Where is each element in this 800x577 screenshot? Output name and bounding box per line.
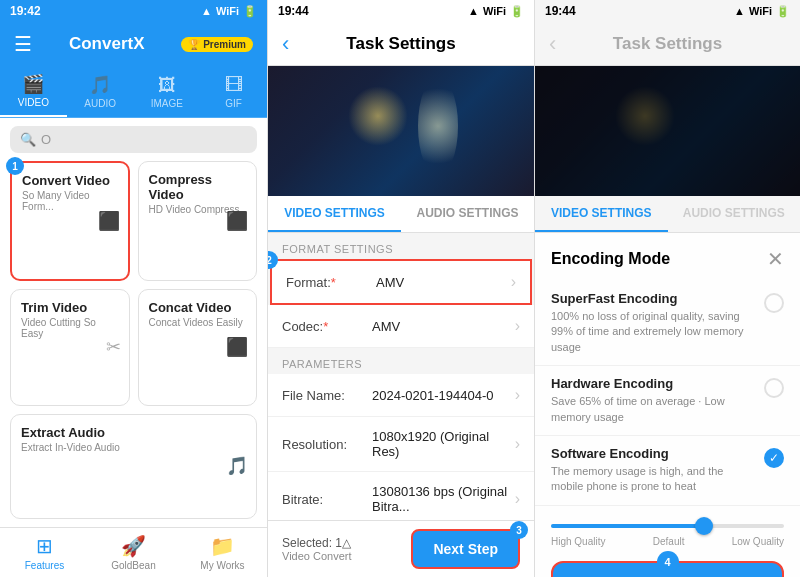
video-convert-label: Video Convert: [282, 550, 352, 562]
badge-4: 4: [657, 551, 679, 573]
back-button-3[interactable]: ‹: [549, 31, 556, 57]
encoding-option-hardware-text: Hardware Encoding Save 65% of time on av…: [551, 376, 754, 425]
video-tab-icon: 🎬: [22, 73, 44, 95]
badge-1: 1: [6, 157, 24, 175]
p2-battery-icon: 🔋: [510, 5, 524, 18]
encoding-overlay: Encoding Mode ✕ SuperFast Encoding 100% …: [535, 233, 800, 577]
p3-battery-icon: 🔋: [776, 5, 790, 18]
bottom-nav-my-works[interactable]: 📁 My Works: [178, 528, 267, 577]
convert-video-label: Convert Video: [22, 173, 118, 188]
concat-video-label: Concat Video: [149, 300, 247, 315]
panel-1: 19:42 ▲ WiFi 🔋 ☰ ConvertX 🏆 Premium 🎬 VI…: [0, 0, 267, 577]
p2-status-icons: ▲ WiFi 🔋: [468, 5, 524, 18]
codec-chevron: ›: [515, 317, 520, 335]
quality-slider-fill: [551, 524, 702, 528]
menu-item-convert-video[interactable]: 1 Convert Video So Many Video Form... ⬛: [10, 161, 130, 281]
tab-video-settings-2[interactable]: VIDEO SETTINGS: [268, 196, 401, 232]
p2-wifi-icon: WiFi: [483, 5, 506, 17]
panel3-header: ‹ Task Settings: [535, 22, 800, 66]
video-light-2: [418, 76, 458, 176]
search-placeholder: O: [41, 132, 51, 147]
tab-gif[interactable]: 🎞 GIF: [200, 66, 267, 117]
resolution-row[interactable]: Resolution: 1080x1920 (Original Res) ›: [268, 417, 534, 472]
back-button-2[interactable]: ‹: [282, 31, 289, 57]
video-tab-label: VIDEO: [18, 97, 49, 108]
bitrate-row[interactable]: Bitrate: 13080136 bps (Original Bitra...…: [268, 472, 534, 520]
bottom-nav-features[interactable]: ⊞ Features: [0, 528, 89, 577]
selected-info: Selected: 1△: [282, 536, 352, 550]
premium-badge[interactable]: 🏆 Premium: [181, 37, 253, 52]
compress-video-icon: ⬛: [226, 210, 248, 232]
menu-icon[interactable]: ☰: [14, 32, 32, 56]
trim-video-sub: Video Cutting So Easy: [21, 317, 119, 339]
tab-image[interactable]: 🖼 IMAGE: [134, 66, 201, 117]
gif-tab-icon: 🎞: [225, 75, 243, 96]
battery-icon: 🔋: [243, 5, 257, 18]
status-bar-1: 19:42 ▲ WiFi 🔋: [0, 0, 267, 22]
panel-2: 19:44 ▲ WiFi 🔋 ‹ Task Settings VIDEO SET…: [267, 0, 534, 577]
format-row[interactable]: Format:* AMV ›: [270, 259, 532, 305]
p3-audio-settings-label: AUDIO SETTINGS: [683, 206, 785, 220]
wifi-icon: WiFi: [216, 5, 239, 17]
quality-labels: High Quality Default Low Quality: [551, 536, 784, 547]
features-icon: ⊞: [36, 534, 53, 558]
extract-audio-icon: 🎵: [226, 455, 248, 477]
menu-item-concat-video[interactable]: Concat Video Concat Videos Easily ⬛: [138, 289, 258, 405]
settings-tabs-2: VIDEO SETTINGS AUDIO SETTINGS: [268, 196, 534, 233]
encoding-close-button[interactable]: ✕: [767, 247, 784, 271]
bottom-nav: ⊞ Features 🚀 GoldBean 📁 My Works: [0, 527, 267, 577]
tab-audio[interactable]: 🎵 AUDIO: [67, 66, 134, 117]
badge-3: 3: [510, 521, 528, 539]
video-preview-2: [268, 66, 534, 196]
encoding-header: Encoding Mode ✕: [535, 233, 800, 281]
encoding-option-software[interactable]: Software Encoding The memory usage is hi…: [535, 436, 800, 506]
my-works-label: My Works: [200, 560, 244, 571]
filename-row[interactable]: File Name: 2024-0201-194404-0 ›: [268, 374, 534, 417]
concat-video-icon: ⬛: [226, 336, 248, 358]
tab-audio-settings-2[interactable]: AUDIO SETTINGS: [401, 196, 534, 232]
next-step-button[interactable]: Next Step: [411, 529, 520, 569]
software-check: ✓: [764, 448, 784, 468]
filename-value: 2024-0201-194404-0: [372, 388, 515, 403]
features-label: Features: [25, 560, 64, 571]
codec-row[interactable]: Codec:* AMV ›: [268, 305, 534, 348]
audio-tab-icon: 🎵: [89, 74, 111, 96]
panel2-header: ‹ Task Settings: [268, 22, 534, 66]
tab-video[interactable]: 🎬 VIDEO: [0, 66, 67, 117]
codec-value: AMV: [372, 319, 515, 334]
p2-signal-icon: ▲: [468, 5, 479, 17]
audio-settings-label: AUDIO SETTINGS: [416, 206, 518, 220]
search-bar[interactable]: 🔍 O: [10, 126, 257, 153]
encoding-option-hardware[interactable]: Hardware Encoding Save 65% of time on av…: [535, 366, 800, 436]
p3-wifi-icon: WiFi: [749, 5, 772, 17]
filename-label: File Name:: [282, 388, 372, 403]
status-bar-2: 19:44 ▲ WiFi 🔋: [268, 0, 534, 22]
compress-video-label: Compress Video: [149, 172, 247, 202]
trim-video-label: Trim Video: [21, 300, 119, 315]
bitrate-value: 13080136 bps (Original Bitra...: [372, 484, 515, 514]
trim-video-icon: ✂: [106, 336, 121, 358]
format-value: AMV: [376, 275, 511, 290]
quality-slider-thumb[interactable]: [695, 517, 713, 535]
video-light-3: [615, 86, 675, 146]
menu-item-trim-video[interactable]: Trim Video Video Cutting So Easy ✂: [10, 289, 130, 405]
settings-content-2: FORMAT SETTINGS Format:* AMV › 2 Codec:*…: [268, 233, 534, 520]
p3-status-icons: ▲ WiFi 🔋: [734, 5, 790, 18]
software-name: Software Encoding: [551, 446, 754, 461]
encoding-option-superfast[interactable]: SuperFast Encoding 100% no loss of origi…: [535, 281, 800, 366]
convert-video-sub: So Many Video Form...: [22, 190, 118, 212]
format-label: Format:*: [286, 275, 376, 290]
menu-item-compress-video[interactable]: Compress Video HD Video Compress ⬛: [138, 161, 258, 281]
header-bar-1: ☰ ConvertX 🏆 Premium: [0, 22, 267, 66]
panel3-title: Task Settings: [613, 34, 722, 54]
quality-low-label: Low Quality: [732, 536, 784, 547]
quality-slider-track[interactable]: [551, 524, 784, 528]
status-bar-3: 19:44 ▲ WiFi 🔋: [535, 0, 800, 22]
tab-video-settings-3[interactable]: VIDEO SETTINGS: [535, 196, 668, 232]
menu-item-extract-audio[interactable]: Extract Audio Extract In-Video Audio 🎵: [10, 414, 257, 519]
time-1: 19:42: [10, 4, 41, 18]
tab-audio-settings-3[interactable]: AUDIO SETTINGS: [668, 196, 801, 232]
params-section-label: PARAMETERS: [268, 348, 534, 374]
status-icons-1: ▲ WiFi 🔋: [201, 5, 257, 18]
bottom-nav-goldbean[interactable]: 🚀 GoldBean: [89, 528, 178, 577]
